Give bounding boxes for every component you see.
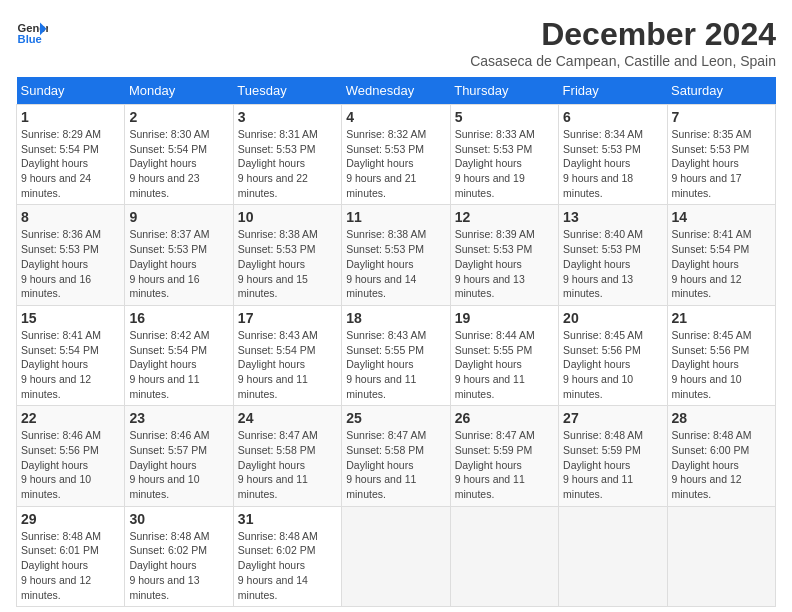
day-info: Sunrise: 8:32 AM Sunset: 5:53 PM Dayligh… bbox=[346, 127, 445, 200]
daylight-duration: 9 hours and 22 minutes. bbox=[238, 172, 308, 199]
day-info: Sunrise: 8:44 AM Sunset: 5:55 PM Dayligh… bbox=[455, 328, 554, 401]
daylight-label: Daylight hours bbox=[563, 358, 630, 370]
day-number: 14 bbox=[672, 209, 771, 225]
day-number: 7 bbox=[672, 109, 771, 125]
day-cell: 11 Sunrise: 8:38 AM Sunset: 5:53 PM Dayl… bbox=[342, 205, 450, 305]
sunrise-label: Sunrise: 8:32 AM bbox=[346, 128, 426, 140]
day-number: 31 bbox=[238, 511, 337, 527]
day-number: 2 bbox=[129, 109, 228, 125]
day-cell bbox=[450, 506, 558, 606]
daylight-duration: 9 hours and 24 minutes. bbox=[21, 172, 91, 199]
sunset-label: Sunset: 5:53 PM bbox=[672, 143, 750, 155]
weekday-header-row: Sunday Monday Tuesday Wednesday Thursday… bbox=[17, 77, 776, 105]
day-cell bbox=[559, 506, 667, 606]
daylight-label: Daylight hours bbox=[346, 258, 413, 270]
sunset-label: Sunset: 5:57 PM bbox=[129, 444, 207, 456]
week-row-4: 22 Sunrise: 8:46 AM Sunset: 5:56 PM Dayl… bbox=[17, 406, 776, 506]
day-cell: 27 Sunrise: 8:48 AM Sunset: 5:59 PM Dayl… bbox=[559, 406, 667, 506]
daylight-label: Daylight hours bbox=[672, 459, 739, 471]
week-row-1: 1 Sunrise: 8:29 AM Sunset: 5:54 PM Dayli… bbox=[17, 105, 776, 205]
sunset-label: Sunset: 5:53 PM bbox=[563, 243, 641, 255]
day-info: Sunrise: 8:43 AM Sunset: 5:55 PM Dayligh… bbox=[346, 328, 445, 401]
sunrise-label: Sunrise: 8:30 AM bbox=[129, 128, 209, 140]
day-cell: 13 Sunrise: 8:40 AM Sunset: 5:53 PM Dayl… bbox=[559, 205, 667, 305]
week-row-5: 29 Sunrise: 8:48 AM Sunset: 6:01 PM Dayl… bbox=[17, 506, 776, 606]
daylight-duration: 9 hours and 18 minutes. bbox=[563, 172, 633, 199]
sunrise-label: Sunrise: 8:38 AM bbox=[346, 228, 426, 240]
day-number: 11 bbox=[346, 209, 445, 225]
daylight-duration: 9 hours and 15 minutes. bbox=[238, 273, 308, 300]
day-cell: 8 Sunrise: 8:36 AM Sunset: 5:53 PM Dayli… bbox=[17, 205, 125, 305]
location-subtitle: Casaseca de Campean, Castille and Leon, … bbox=[470, 53, 776, 69]
header-wednesday: Wednesday bbox=[342, 77, 450, 105]
day-cell: 3 Sunrise: 8:31 AM Sunset: 5:53 PM Dayli… bbox=[233, 105, 341, 205]
day-number: 23 bbox=[129, 410, 228, 426]
day-cell: 20 Sunrise: 8:45 AM Sunset: 5:56 PM Dayl… bbox=[559, 305, 667, 405]
sunrise-label: Sunrise: 8:45 AM bbox=[672, 329, 752, 341]
calendar-header: Sunday Monday Tuesday Wednesday Thursday… bbox=[17, 77, 776, 105]
day-cell: 1 Sunrise: 8:29 AM Sunset: 5:54 PM Dayli… bbox=[17, 105, 125, 205]
sunrise-label: Sunrise: 8:43 AM bbox=[238, 329, 318, 341]
daylight-label: Daylight hours bbox=[129, 258, 196, 270]
day-number: 28 bbox=[672, 410, 771, 426]
day-cell: 24 Sunrise: 8:47 AM Sunset: 5:58 PM Dayl… bbox=[233, 406, 341, 506]
daylight-duration: 9 hours and 10 minutes. bbox=[563, 373, 633, 400]
day-info: Sunrise: 8:33 AM Sunset: 5:53 PM Dayligh… bbox=[455, 127, 554, 200]
daylight-duration: 9 hours and 11 minutes. bbox=[455, 473, 525, 500]
sunrise-label: Sunrise: 8:40 AM bbox=[563, 228, 643, 240]
day-info: Sunrise: 8:47 AM Sunset: 5:59 PM Dayligh… bbox=[455, 428, 554, 501]
sunset-label: Sunset: 5:53 PM bbox=[346, 143, 424, 155]
sunrise-label: Sunrise: 8:48 AM bbox=[563, 429, 643, 441]
day-cell bbox=[667, 506, 775, 606]
day-cell: 22 Sunrise: 8:46 AM Sunset: 5:56 PM Dayl… bbox=[17, 406, 125, 506]
daylight-label: Daylight hours bbox=[238, 559, 305, 571]
day-cell: 10 Sunrise: 8:38 AM Sunset: 5:53 PM Dayl… bbox=[233, 205, 341, 305]
sunset-label: Sunset: 6:00 PM bbox=[672, 444, 750, 456]
sunset-label: Sunset: 5:53 PM bbox=[238, 243, 316, 255]
daylight-label: Daylight hours bbox=[129, 358, 196, 370]
day-number: 1 bbox=[21, 109, 120, 125]
sunset-label: Sunset: 5:56 PM bbox=[672, 344, 750, 356]
day-info: Sunrise: 8:38 AM Sunset: 5:53 PM Dayligh… bbox=[346, 227, 445, 300]
sunrise-label: Sunrise: 8:48 AM bbox=[129, 530, 209, 542]
day-info: Sunrise: 8:34 AM Sunset: 5:53 PM Dayligh… bbox=[563, 127, 662, 200]
header-thursday: Thursday bbox=[450, 77, 558, 105]
day-number: 26 bbox=[455, 410, 554, 426]
day-info: Sunrise: 8:41 AM Sunset: 5:54 PM Dayligh… bbox=[672, 227, 771, 300]
header-sunday: Sunday bbox=[17, 77, 125, 105]
sunrise-label: Sunrise: 8:48 AM bbox=[238, 530, 318, 542]
daylight-label: Daylight hours bbox=[346, 459, 413, 471]
daylight-label: Daylight hours bbox=[346, 157, 413, 169]
daylight-label: Daylight hours bbox=[346, 358, 413, 370]
day-number: 29 bbox=[21, 511, 120, 527]
sunrise-label: Sunrise: 8:42 AM bbox=[129, 329, 209, 341]
sunrise-label: Sunrise: 8:47 AM bbox=[238, 429, 318, 441]
day-number: 5 bbox=[455, 109, 554, 125]
header-saturday: Saturday bbox=[667, 77, 775, 105]
day-info: Sunrise: 8:48 AM Sunset: 6:02 PM Dayligh… bbox=[238, 529, 337, 602]
day-info: Sunrise: 8:46 AM Sunset: 5:56 PM Dayligh… bbox=[21, 428, 120, 501]
sunset-label: Sunset: 5:53 PM bbox=[455, 143, 533, 155]
day-cell: 28 Sunrise: 8:48 AM Sunset: 6:00 PM Dayl… bbox=[667, 406, 775, 506]
daylight-label: Daylight hours bbox=[672, 358, 739, 370]
sunset-label: Sunset: 6:02 PM bbox=[129, 544, 207, 556]
daylight-duration: 9 hours and 11 minutes. bbox=[129, 373, 199, 400]
day-number: 17 bbox=[238, 310, 337, 326]
day-cell: 18 Sunrise: 8:43 AM Sunset: 5:55 PM Dayl… bbox=[342, 305, 450, 405]
header-monday: Monday bbox=[125, 77, 233, 105]
day-info: Sunrise: 8:48 AM Sunset: 5:59 PM Dayligh… bbox=[563, 428, 662, 501]
daylight-duration: 9 hours and 11 minutes. bbox=[238, 473, 308, 500]
sunrise-label: Sunrise: 8:46 AM bbox=[129, 429, 209, 441]
sunrise-label: Sunrise: 8:34 AM bbox=[563, 128, 643, 140]
daylight-duration: 9 hours and 23 minutes. bbox=[129, 172, 199, 199]
day-info: Sunrise: 8:36 AM Sunset: 5:53 PM Dayligh… bbox=[21, 227, 120, 300]
day-cell: 23 Sunrise: 8:46 AM Sunset: 5:57 PM Dayl… bbox=[125, 406, 233, 506]
sunset-label: Sunset: 5:54 PM bbox=[129, 143, 207, 155]
sunrise-label: Sunrise: 8:41 AM bbox=[672, 228, 752, 240]
sunset-label: Sunset: 5:54 PM bbox=[129, 344, 207, 356]
day-number: 22 bbox=[21, 410, 120, 426]
daylight-duration: 9 hours and 13 minutes. bbox=[563, 273, 633, 300]
day-cell: 6 Sunrise: 8:34 AM Sunset: 5:53 PM Dayli… bbox=[559, 105, 667, 205]
sunset-label: Sunset: 5:54 PM bbox=[21, 344, 99, 356]
daylight-label: Daylight hours bbox=[563, 258, 630, 270]
